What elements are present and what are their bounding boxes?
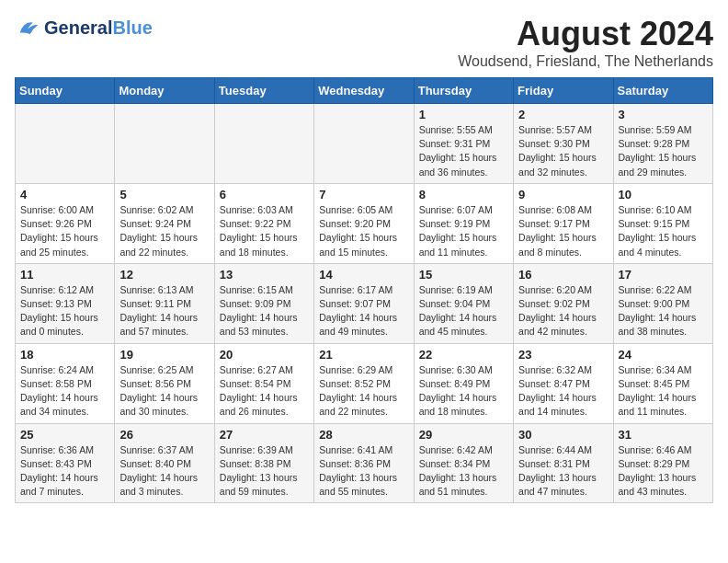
day-number: 11 xyxy=(20,268,109,282)
day-number: 5 xyxy=(119,188,209,201)
day-info: Sunrise: 6:08 AMSunset: 9:17 PMDaylight:… xyxy=(518,203,608,259)
day-info: Sunrise: 6:32 AMSunset: 8:47 PMDaylight:… xyxy=(518,363,608,419)
weekday-header-wednesday: Wednesday xyxy=(314,78,414,104)
calendar-cell: 22Sunrise: 6:30 AMSunset: 8:49 PMDayligh… xyxy=(414,343,513,423)
calendar-cell: 24Sunrise: 6:34 AMSunset: 8:45 PMDayligh… xyxy=(613,343,712,423)
day-info: Sunrise: 6:37 AMSunset: 8:40 PMDaylight:… xyxy=(119,443,209,500)
day-info: Sunrise: 6:24 AMSunset: 8:58 PMDaylight:… xyxy=(20,363,109,419)
day-info: Sunrise: 6:34 AMSunset: 8:45 PMDaylight:… xyxy=(619,363,708,419)
day-number: 1 xyxy=(419,108,508,121)
calendar-cell xyxy=(115,104,214,184)
day-number: 22 xyxy=(419,348,508,362)
calendar-cell: 4Sunrise: 6:00 AMSunset: 9:26 PMDaylight… xyxy=(16,183,115,263)
logo-bird-icon xyxy=(15,15,40,40)
day-number: 27 xyxy=(220,428,309,442)
day-info: Sunrise: 6:17 AMSunset: 9:07 PMDaylight:… xyxy=(319,283,408,339)
day-info: Sunrise: 6:27 AMSunset: 8:54 PMDaylight:… xyxy=(220,363,309,419)
calendar-cell: 12Sunrise: 6:13 AMSunset: 9:11 PMDayligh… xyxy=(115,263,214,343)
day-number: 24 xyxy=(619,348,708,362)
day-number: 7 xyxy=(319,188,408,201)
day-info: Sunrise: 5:55 AMSunset: 9:31 PMDaylight:… xyxy=(419,123,508,179)
logo-general: General xyxy=(44,17,112,38)
weekday-header-friday: Friday xyxy=(514,78,613,104)
day-number: 20 xyxy=(220,348,309,362)
calendar-cell: 10Sunrise: 6:10 AMSunset: 9:15 PMDayligh… xyxy=(613,183,712,263)
day-info: Sunrise: 5:59 AMSunset: 9:28 PMDaylight:… xyxy=(619,123,708,179)
location-subtitle: Woudsend, Friesland, The Netherlands xyxy=(458,53,713,70)
day-number: 17 xyxy=(619,268,708,282)
day-number: 25 xyxy=(20,428,109,442)
calendar-cell: 1Sunrise: 5:55 AMSunset: 9:31 PMDaylight… xyxy=(414,104,513,184)
day-number: 15 xyxy=(419,268,508,282)
day-number: 13 xyxy=(220,268,309,282)
day-info: Sunrise: 6:15 AMSunset: 9:09 PMDaylight:… xyxy=(220,283,309,339)
day-info: Sunrise: 6:44 AMSunset: 8:31 PMDaylight:… xyxy=(518,443,608,500)
calendar-cell xyxy=(214,104,313,184)
calendar-cell: 3Sunrise: 5:59 AMSunset: 9:28 PMDaylight… xyxy=(613,104,712,184)
week-row-5: 25Sunrise: 6:36 AMSunset: 8:43 PMDayligh… xyxy=(16,423,713,503)
day-info: Sunrise: 5:57 AMSunset: 9:30 PMDaylight:… xyxy=(518,123,608,179)
week-row-4: 18Sunrise: 6:24 AMSunset: 8:58 PMDayligh… xyxy=(16,343,713,423)
month-year-title: August 2024 xyxy=(458,15,713,53)
weekday-header-monday: Monday xyxy=(115,78,214,104)
week-row-1: 1Sunrise: 5:55 AMSunset: 9:31 PMDaylight… xyxy=(16,104,713,184)
day-number: 21 xyxy=(319,348,408,362)
calendar-cell: 25Sunrise: 6:36 AMSunset: 8:43 PMDayligh… xyxy=(16,423,115,503)
calendar-cell: 11Sunrise: 6:12 AMSunset: 9:13 PMDayligh… xyxy=(16,263,115,343)
calendar-cell: 28Sunrise: 6:41 AMSunset: 8:36 PMDayligh… xyxy=(314,423,414,503)
day-number: 2 xyxy=(518,108,608,121)
day-info: Sunrise: 6:36 AMSunset: 8:43 PMDaylight:… xyxy=(20,443,109,500)
day-number: 26 xyxy=(119,428,209,442)
calendar-cell: 14Sunrise: 6:17 AMSunset: 9:07 PMDayligh… xyxy=(314,263,414,343)
weekday-header-sunday: Sunday xyxy=(16,78,115,104)
day-info: Sunrise: 6:25 AMSunset: 8:56 PMDaylight:… xyxy=(119,363,209,419)
calendar-cell: 21Sunrise: 6:29 AMSunset: 8:52 PMDayligh… xyxy=(314,343,414,423)
day-number: 19 xyxy=(119,348,209,362)
day-number: 6 xyxy=(220,188,309,201)
day-info: Sunrise: 6:07 AMSunset: 9:19 PMDaylight:… xyxy=(419,203,508,259)
day-info: Sunrise: 6:20 AMSunset: 9:02 PMDaylight:… xyxy=(518,283,608,339)
day-number: 29 xyxy=(419,428,508,442)
day-info: Sunrise: 6:19 AMSunset: 9:04 PMDaylight:… xyxy=(419,283,508,339)
logo-blue: Blue xyxy=(112,17,152,38)
calendar-cell: 13Sunrise: 6:15 AMSunset: 9:09 PMDayligh… xyxy=(214,263,313,343)
day-info: Sunrise: 6:05 AMSunset: 9:20 PMDaylight:… xyxy=(319,203,408,259)
week-row-2: 4Sunrise: 6:00 AMSunset: 9:26 PMDaylight… xyxy=(16,183,713,263)
day-number: 9 xyxy=(518,188,608,201)
calendar-cell: 2Sunrise: 5:57 AMSunset: 9:30 PMDaylight… xyxy=(514,104,613,184)
calendar-cell: 18Sunrise: 6:24 AMSunset: 8:58 PMDayligh… xyxy=(16,343,115,423)
calendar-cell: 7Sunrise: 6:05 AMSunset: 9:20 PMDaylight… xyxy=(314,183,414,263)
day-info: Sunrise: 6:02 AMSunset: 9:24 PMDaylight:… xyxy=(119,203,209,259)
day-info: Sunrise: 6:30 AMSunset: 8:49 PMDaylight:… xyxy=(419,363,508,419)
calendar-cell: 19Sunrise: 6:25 AMSunset: 8:56 PMDayligh… xyxy=(115,343,214,423)
day-info: Sunrise: 6:03 AMSunset: 9:22 PMDaylight:… xyxy=(220,203,309,259)
day-number: 10 xyxy=(619,188,708,201)
day-number: 8 xyxy=(419,188,508,201)
weekday-header-thursday: Thursday xyxy=(414,78,513,104)
calendar-cell: 5Sunrise: 6:02 AMSunset: 9:24 PMDaylight… xyxy=(115,183,214,263)
day-info: Sunrise: 6:29 AMSunset: 8:52 PMDaylight:… xyxy=(319,363,408,419)
calendar-cell: 17Sunrise: 6:22 AMSunset: 9:00 PMDayligh… xyxy=(613,263,712,343)
day-number: 18 xyxy=(20,348,109,362)
day-info: Sunrise: 6:22 AMSunset: 9:00 PMDaylight:… xyxy=(619,283,708,339)
calendar-cell: 23Sunrise: 6:32 AMSunset: 8:47 PMDayligh… xyxy=(514,343,613,423)
day-number: 14 xyxy=(319,268,408,282)
day-number: 23 xyxy=(518,348,608,362)
weekday-header-tuesday: Tuesday xyxy=(214,78,313,104)
calendar-cell: 31Sunrise: 6:46 AMSunset: 8:29 PMDayligh… xyxy=(613,423,712,503)
day-info: Sunrise: 6:42 AMSunset: 8:34 PMDaylight:… xyxy=(419,443,508,500)
day-number: 31 xyxy=(619,428,708,442)
day-number: 3 xyxy=(619,108,708,121)
calendar-cell: 27Sunrise: 6:39 AMSunset: 8:38 PMDayligh… xyxy=(214,423,313,503)
calendar-cell: 30Sunrise: 6:44 AMSunset: 8:31 PMDayligh… xyxy=(514,423,613,503)
day-info: Sunrise: 6:10 AMSunset: 9:15 PMDaylight:… xyxy=(619,203,708,259)
day-info: Sunrise: 6:00 AMSunset: 9:26 PMDaylight:… xyxy=(20,203,109,259)
day-number: 30 xyxy=(518,428,608,442)
day-number: 28 xyxy=(319,428,408,442)
calendar-cell xyxy=(16,104,115,184)
day-number: 4 xyxy=(20,188,109,201)
calendar-cell: 16Sunrise: 6:20 AMSunset: 9:02 PMDayligh… xyxy=(514,263,613,343)
calendar-cell: 8Sunrise: 6:07 AMSunset: 9:19 PMDaylight… xyxy=(414,183,513,263)
page-header: GeneralBlue August 2024 Woudsend, Friesl… xyxy=(15,15,713,70)
logo: GeneralBlue xyxy=(15,15,153,40)
